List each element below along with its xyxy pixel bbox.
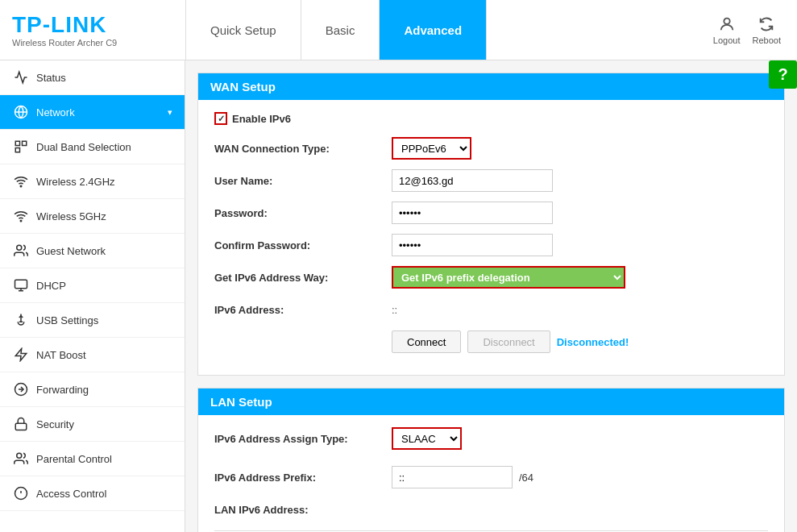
confirm-password-label: Confirm Password: xyxy=(214,239,392,251)
sidebar-item-nat-boost[interactable]: NAT Boost xyxy=(0,338,185,372)
sidebar-item-label: Wireless 5GHz xyxy=(36,210,106,222)
confirm-password-input[interactable] xyxy=(392,234,553,256)
connect-button[interactable]: Connect xyxy=(392,330,461,353)
tab-basic[interactable]: Basic xyxy=(301,0,380,60)
password-input[interactable] xyxy=(392,202,553,224)
assign-type-row: IPv6 Address Assign Type: SLAAC DHCPv6 D… xyxy=(214,427,768,450)
sidebar-item-dual-band[interactable]: Dual Band Selection xyxy=(0,130,185,164)
ipv6-address-value: :: xyxy=(392,304,397,316)
wireless-24-icon xyxy=(12,172,30,190)
disconnect-button[interactable]: Disconnect xyxy=(467,330,550,353)
security-icon xyxy=(12,415,30,433)
svg-point-0 xyxy=(724,18,729,23)
username-control xyxy=(392,169,553,192)
svg-point-8 xyxy=(17,245,22,250)
logo: TP-LINK xyxy=(12,12,173,38)
get-ipv6-row: Get IPv6 Address Way: Get IPv6 prefix de… xyxy=(214,266,768,289)
sidebar-item-forwarding[interactable]: Forwarding xyxy=(0,372,185,407)
logout-button[interactable]: Logout xyxy=(713,15,741,45)
svg-point-6 xyxy=(20,185,22,187)
sidebar-item-label: Wireless 2.4GHz xyxy=(36,176,115,188)
connect-controls: Connect Disconnect Disconnected! xyxy=(392,330,629,353)
sidebar-item-label: Status xyxy=(36,72,66,84)
confirm-password-control xyxy=(392,234,553,256)
wan-setup-section: WAN Setup Enable IPv6 WAN Connection Typ… xyxy=(197,73,785,376)
svg-point-16 xyxy=(17,453,22,458)
wan-connection-type-row: WAN Connection Type: PPPoEv6 DHCPv6 Stat… xyxy=(214,137,768,160)
prefix-control: /64 xyxy=(392,466,533,488)
sidebar-item-guest-network[interactable]: Guest Network xyxy=(0,234,185,268)
forwarding-icon xyxy=(12,380,30,398)
assign-type-select[interactable]: SLAAC DHCPv6 Disabled xyxy=(392,427,462,450)
wan-connection-type-control: PPPoEv6 DHCPv6 Static IPv6 xyxy=(392,137,471,160)
help-button[interactable]: ? xyxy=(769,60,797,89)
connection-status: Disconnected! xyxy=(557,336,629,348)
get-ipv6-control: Get IPv6 prefix delegation Use IP addres… xyxy=(392,266,625,289)
lan-setup-section: LAN Setup IPv6 Address Assign Type: SLAA… xyxy=(197,388,785,532)
wan-connection-type-select[interactable]: PPPoEv6 DHCPv6 Static IPv6 xyxy=(392,137,471,160)
status-icon xyxy=(12,69,30,86)
connect-row: Connect Disconnect Disconnected! xyxy=(214,330,768,353)
get-ipv6-label: Get IPv6 Address Way: xyxy=(214,272,392,284)
prefix-input[interactable] xyxy=(392,466,513,488)
sidebar: Status Network ▾ Dual Band Selection xyxy=(0,60,185,532)
reboot-label: Reboot xyxy=(753,35,781,45)
header-actions: Logout Reboot xyxy=(697,15,797,45)
sidebar-item-security[interactable]: Security xyxy=(0,407,185,442)
section-divider xyxy=(214,530,768,531)
network-icon xyxy=(12,103,30,121)
sidebar-item-access-control[interactable]: Access Control xyxy=(0,476,185,511)
sidebar-item-status[interactable]: Status xyxy=(0,60,185,95)
reboot-button[interactable]: Reboot xyxy=(753,15,781,45)
prefix-row: IPv6 Address Prefix: /64 xyxy=(214,466,768,488)
username-row: User Name: xyxy=(214,169,768,192)
sidebar-item-label: Forwarding xyxy=(36,384,89,396)
sidebar-item-wireless-5[interactable]: Wireless 5GHz xyxy=(0,199,185,234)
assign-type-label: IPv6 Address Assign Type: xyxy=(214,433,392,445)
ipv6-address-row: IPv6 Address: :: xyxy=(214,298,768,321)
header: TP-LINK Wireless Router Archer C9 Quick … xyxy=(0,0,797,60)
wireless-5-icon xyxy=(12,207,30,225)
logo-area: TP-LINK Wireless Router Archer C9 xyxy=(0,4,185,56)
enable-ipv6-checkbox[interactable] xyxy=(214,112,227,125)
prefix-suffix: /64 xyxy=(519,472,533,484)
get-ipv6-select[interactable]: Get IPv6 prefix delegation Use IP addres… xyxy=(392,266,625,289)
sidebar-item-dhcp[interactable]: DHCP xyxy=(0,268,185,303)
dhcp-icon xyxy=(12,276,30,294)
guest-network-icon xyxy=(12,242,30,260)
svg-point-7 xyxy=(20,220,22,222)
svg-rect-3 xyxy=(15,141,19,145)
sidebar-item-label: Access Control xyxy=(36,488,106,500)
svg-rect-15 xyxy=(15,423,27,430)
main-layout: Status Network ▾ Dual Band Selection xyxy=(0,60,797,532)
svg-rect-5 xyxy=(15,148,19,152)
username-input[interactable] xyxy=(392,169,553,192)
chevron-down-icon: ▾ xyxy=(168,107,172,118)
sidebar-item-parental-control[interactable]: Parental Control xyxy=(0,442,185,476)
sidebar-item-label: Network xyxy=(36,106,75,118)
content-area: ? WAN Setup Enable IPv6 WAN Connection T… xyxy=(185,60,797,532)
assign-type-control: SLAAC DHCPv6 Disabled xyxy=(392,427,462,450)
dual-band-icon xyxy=(12,138,30,156)
tab-advanced[interactable]: Advanced xyxy=(380,0,487,60)
usb-icon xyxy=(12,311,30,329)
ipv6-address-control: :: xyxy=(392,304,397,316)
sidebar-item-usb-settings[interactable]: USB Settings xyxy=(0,303,185,338)
prefix-label: IPv6 Address Prefix: xyxy=(214,472,392,484)
password-control xyxy=(392,202,553,224)
nat-icon xyxy=(12,346,30,364)
svg-rect-4 xyxy=(23,141,27,145)
tab-quick-setup[interactable]: Quick Setup xyxy=(185,0,301,60)
svg-rect-9 xyxy=(15,280,27,289)
lan-setup-header: LAN Setup xyxy=(198,389,784,415)
svg-marker-12 xyxy=(15,349,27,361)
confirm-password-row: Confirm Password: xyxy=(214,234,768,256)
nav-tabs: Quick Setup Basic Advanced xyxy=(185,0,697,60)
sidebar-item-label: Parental Control xyxy=(36,453,112,465)
sidebar-item-wireless-24[interactable]: Wireless 2.4GHz xyxy=(0,164,185,199)
sidebar-item-network[interactable]: Network ▾ xyxy=(0,95,185,130)
sidebar-item-label: Guest Network xyxy=(36,245,106,257)
password-label: Password: xyxy=(214,207,392,219)
enable-ipv6-row: Enable IPv6 xyxy=(214,112,768,125)
sidebar-item-label: NAT Boost xyxy=(36,349,86,361)
